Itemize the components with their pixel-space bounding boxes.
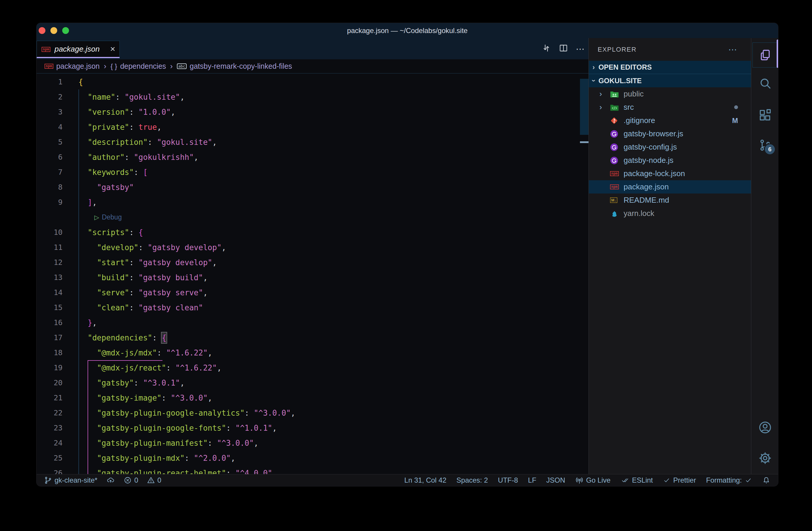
- code-line[interactable]: 9 ],: [37, 195, 589, 210]
- status-prettier[interactable]: Prettier: [663, 476, 696, 484]
- code-line[interactable]: 21 "gatsby-image": "^3.0.0",: [37, 390, 589, 405]
- breadcrumb-item[interactable]: { }dependencies: [111, 62, 166, 71]
- code-line[interactable]: 11 "develop": "gatsby develop",: [37, 240, 589, 255]
- breadcrumb-item[interactable]: npmpackage.json: [44, 62, 100, 71]
- open-editors-section[interactable]: › OPEN EDITORS: [589, 61, 751, 74]
- code-line[interactable]: 5 "description": "gokul.site",: [37, 134, 589, 149]
- code-line[interactable]: 17 "dependencies": {: [37, 330, 589, 345]
- editor-scrollbar[interactable]: [580, 79, 589, 135]
- git-icon: [610, 116, 618, 125]
- line-number: 8: [37, 183, 62, 191]
- status-eol[interactable]: LF: [528, 476, 536, 484]
- activity-extensions-button[interactable]: [751, 101, 778, 129]
- status-label: 0: [157, 476, 161, 484]
- code-line[interactable]: 18 "@mdx-js/mdx": "^1.6.22",: [37, 345, 589, 360]
- play-icon: ▷: [95, 214, 99, 221]
- code-text: "serve": "gatsby serve",: [78, 288, 207, 297]
- code-line[interactable]: 7 "keywords": [: [37, 164, 589, 180]
- status-warnings[interactable]: 0: [147, 476, 161, 484]
- code-line[interactable]: 19 "@mdx-js/react": "^1.6.22",: [37, 360, 589, 375]
- code-text: "gatsby-plugin-google-fonts": "^1.0.1",: [78, 424, 277, 432]
- code-line[interactable]: 26 "gatsby-plugin-react-helmet": "^4.0.0…: [37, 465, 589, 474]
- code-line[interactable]: 22 "gatsby-plugin-google-analytics": "^3…: [37, 405, 589, 420]
- breadcrumb[interactable]: npmpackage.json›{ }dependencies›abcgatsb…: [37, 59, 589, 73]
- code-line[interactable]: 10 "scripts": {: [37, 225, 589, 240]
- code-line[interactable]: 14 "serve": "gatsby serve",: [37, 285, 589, 300]
- file-row-src[interactable]: ›src: [589, 101, 751, 114]
- code-line[interactable]: 25 "gatsby-plugin-mdx": "^2.0.0",: [37, 450, 589, 465]
- code-line[interactable]: 23 "gatsby-plugin-google-fonts": "^1.0.1…: [37, 420, 589, 435]
- close-tab-icon[interactable]: ×: [110, 45, 115, 53]
- status-eslint[interactable]: ESLint: [621, 476, 653, 484]
- code-line[interactable]: 1{: [37, 74, 589, 89]
- code-text: },: [78, 318, 97, 327]
- status-encoding[interactable]: UTF-8: [498, 476, 518, 484]
- file-row-gatsby-config-js[interactable]: gatsby-config.js: [589, 140, 751, 154]
- code-line[interactable]: 8 "gatsby": [37, 180, 589, 195]
- status-formatting[interactable]: Formatting:: [706, 476, 752, 484]
- file-row-public[interactable]: ›public: [589, 87, 751, 101]
- status-cursor-position[interactable]: Ln 31, Col 42: [404, 476, 446, 484]
- npm-icon: npm: [610, 171, 619, 176]
- editor-column: npm package.json × ⋯ npmpackage.json›{ }…: [37, 38, 589, 474]
- code-editor[interactable]: 1{2 "name": "gokul.site",3 "version": "1…: [37, 73, 589, 474]
- code-line[interactable]: 15 "clean": "gatsby clean": [37, 300, 589, 315]
- code-line[interactable]: 4 "private": true,: [37, 119, 589, 134]
- breadcrumb-separator: ›: [170, 62, 173, 71]
- code-line[interactable]: 3 "version": "1.0.0",: [37, 104, 589, 119]
- line-number: 5: [37, 138, 62, 146]
- tab-package-json[interactable]: npm package.json ×: [37, 41, 120, 58]
- file-row-package-json[interactable]: npmpackage.json: [589, 180, 751, 193]
- split-editor-button[interactable]: [559, 43, 568, 54]
- chevron-right-icon: ›: [599, 103, 610, 112]
- file-row-yarn-lock[interactable]: yarn.lock: [589, 207, 751, 220]
- open-editors-label: OPEN EDITORS: [598, 63, 652, 71]
- explorer-more-actions-icon[interactable]: ⋯: [728, 44, 738, 55]
- debug-codelens[interactable]: ▷Debug: [95, 213, 122, 221]
- status-go-live[interactable]: Go Live: [575, 476, 611, 484]
- title-bar[interactable]: package.json — ~/Codelabs/gokul.site: [37, 23, 778, 38]
- activity-search-button[interactable]: [751, 69, 778, 97]
- activity-source-control-button[interactable]: 6: [751, 131, 778, 159]
- file-row-package-lock-json[interactable]: npmpackage-lock.json: [589, 167, 751, 180]
- gatsby-icon: [610, 130, 618, 138]
- chevron-down-icon: ›: [590, 80, 598, 82]
- file-row-gatsby-node-js[interactable]: gatsby-node.js: [589, 154, 751, 167]
- file-row-gatsby-browser-js[interactable]: gatsby-browser.js: [589, 127, 751, 140]
- open-changes-button[interactable]: [542, 43, 551, 54]
- code-line[interactable]: 20 "gatsby": "^3.0.1",: [37, 375, 589, 390]
- editor-actions: ⋯: [542, 38, 585, 59]
- file-row--gitignore[interactable]: .gitignoreM: [589, 114, 751, 127]
- code-line[interactable]: 13 "build": "gatsby build",: [37, 270, 589, 285]
- split-editor-icon: [559, 43, 568, 53]
- breadcrumb-item[interactable]: abcgatsby-remark-copy-linked-files: [177, 62, 292, 71]
- status-publish[interactable]: [106, 476, 115, 484]
- root-folder-section[interactable]: › GOKUL.SITE: [589, 74, 751, 87]
- line-number: 22: [37, 408, 62, 417]
- overview-ruler-cursor-mark: [580, 141, 589, 143]
- status-label: ESLint: [632, 476, 653, 484]
- code-line[interactable]: 6 "author": "gokulkrishh",: [37, 149, 589, 164]
- code-text: ],: [78, 198, 97, 207]
- code-text: "gatsby-plugin-react-helmet": "^4.0.0",: [78, 469, 277, 474]
- breadcrumb-separator: ›: [104, 62, 106, 71]
- file-row-readme-md[interactable]: M↓README.md: [589, 193, 751, 207]
- activity-account-button[interactable]: [751, 414, 778, 441]
- status-bar: gk-clean-site*00 Ln 31, Col 42Spaces: 2U…: [37, 474, 778, 486]
- code-line[interactable]: 12 "start": "gatsby develop",: [37, 255, 589, 270]
- code-line[interactable]: 24 "gatsby-plugin-manifest": "^3.0.0",: [37, 435, 589, 450]
- status-notifications[interactable]: [762, 476, 770, 484]
- activity-settings-button[interactable]: [751, 444, 778, 472]
- status-indentation[interactable]: Spaces: 2: [456, 476, 488, 484]
- status-label: UTF-8: [498, 476, 518, 484]
- more-actions-button[interactable]: ⋯: [576, 44, 585, 54]
- code-text: "@mdx-js/mdx": "^1.6.22",: [78, 348, 212, 357]
- status-errors[interactable]: 0: [124, 476, 138, 484]
- status-language-mode[interactable]: JSON: [546, 476, 565, 484]
- chevron-right-icon: ›: [592, 63, 595, 71]
- code-line[interactable]: 2 "name": "gokul.site",: [37, 89, 589, 104]
- code-line[interactable]: 16 },: [37, 315, 589, 330]
- braces-icon: { }: [111, 62, 117, 71]
- activity-explorer-button[interactable]: [751, 41, 778, 69]
- status-git-branch[interactable]: gk-clean-site*: [44, 476, 97, 484]
